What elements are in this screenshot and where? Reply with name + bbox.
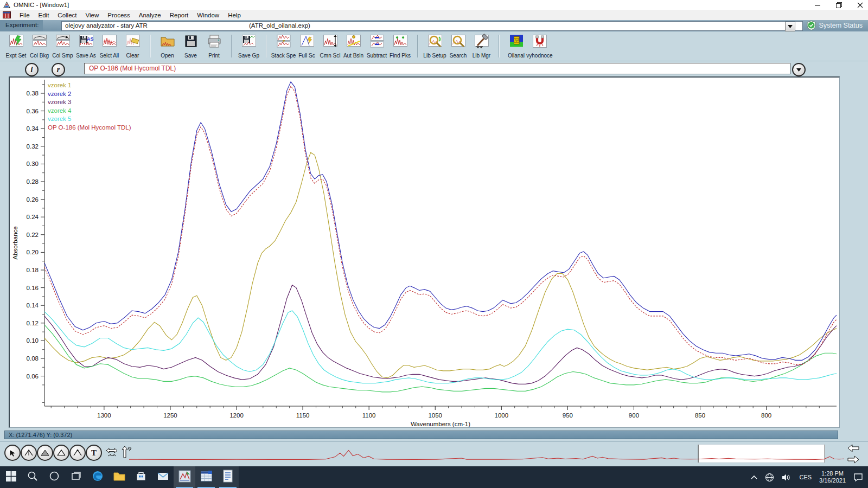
cursor-readout-bar[interactable]: X: (1271.476) Y: (0.372): [4, 431, 838, 439]
svg-text:0.16: 0.16: [27, 285, 39, 291]
toolbar-button-print[interactable]: Print: [202, 34, 226, 59]
title-dropdown-button[interactable]: [792, 63, 806, 76]
toolbar-button-find-pks[interactable]: Find Pks: [388, 34, 412, 59]
spectrum-plot[interactable]: 0.380.360.340.320.300.280.260.240.220.20…: [10, 78, 839, 429]
toolbar-separator: [499, 35, 499, 57]
toolbar-button-aut-bsln[interactable]: Aut Bsln: [342, 34, 365, 59]
toolbar-button-selct-all[interactable]: Selct All: [98, 34, 121, 59]
action-center-icon[interactable]: [851, 466, 866, 488]
taskbar-file-explorer-button[interactable]: [108, 466, 130, 488]
toolbar-button-col-smp[interactable]: Col Smp: [51, 34, 74, 59]
toolbar-button-label: Oilanal: [508, 53, 525, 59]
store-icon: [136, 471, 146, 484]
toolbar-button-label: Save: [184, 53, 197, 59]
peak-height-tool[interactable]: [21, 445, 37, 461]
menu-view[interactable]: View: [81, 11, 104, 20]
toolbar-button-save[interactable]: Save: [179, 34, 202, 59]
hidden-icons-chevron[interactable]: [748, 466, 760, 488]
menu-help[interactable]: Help: [224, 11, 245, 20]
status-shield-icon: [807, 21, 816, 30]
mail-icon: [157, 472, 169, 483]
experiment-value: olejovy analyzator - stary ATR: [65, 22, 148, 29]
taskbar-omnic-button[interactable]: [174, 466, 195, 488]
toolbar-button-label: Open: [161, 53, 174, 59]
scroll-right-icon[interactable]: [847, 455, 861, 466]
spectrum-report-button[interactable]: r: [52, 63, 65, 76]
experiment-dropdown-button[interactable]: [785, 22, 795, 31]
taskbar-edge-button[interactable]: [87, 466, 108, 488]
experiment-bar: Experiment: olejovy analyzator - stary A…: [0, 20, 868, 31]
taskbar-mail-button[interactable]: [152, 466, 174, 488]
toolbar-button-full-sc[interactable]: Full Sc: [295, 34, 318, 59]
baseline-tool[interactable]: [69, 445, 86, 461]
toolbar-button-lib-setup[interactable]: Lib Setup: [423, 34, 446, 59]
menu-window[interactable]: Window: [193, 11, 224, 20]
toolbar-button-cmn-scl[interactable]: Cmn Scl: [318, 34, 342, 59]
toolbar-button-col-bkg[interactable]: Col Bkg: [28, 34, 51, 59]
taskbar-task-view-button[interactable]: [65, 466, 87, 488]
toolbar-button-lib-mgr[interactable]: Lib Mgr: [470, 34, 493, 59]
toolbar-button-label: Selct All: [100, 53, 119, 59]
cortana-icon: [49, 471, 60, 484]
toolbar-button-vyhodnoce[interactable]: vyhodnoce: [528, 34, 551, 59]
spectrum-title-field[interactable]: OP O-186 (Mol Hycomol TDL): [84, 63, 790, 74]
toolbar-button-expt-set[interactable]: Expt Set: [4, 34, 28, 59]
document-window-icon[interactable]: [3, 11, 11, 18]
toolbar-button-open[interactable]: Open: [156, 34, 179, 59]
cursor-tool[interactable]: [4, 445, 21, 461]
toolbar-button-label: Subtract: [367, 53, 387, 59]
svg-text:0.34: 0.34: [27, 125, 39, 132]
taskbar-cortana-button[interactable]: [43, 466, 65, 488]
toolbar-button-save-as[interactable]: ASSave As: [74, 34, 98, 59]
taskbar-writer-button[interactable]: [217, 466, 239, 488]
taskbar-store-button[interactable]: [130, 466, 152, 488]
spectral-region-tool[interactable]: [53, 445, 69, 461]
scroll-spectrum-buttons[interactable]: [847, 444, 861, 464]
system-status[interactable]: System Status: [807, 21, 863, 30]
volume-icon[interactable]: [779, 466, 794, 488]
spectrum-overview-minimap[interactable]: [129, 444, 844, 464]
svg-text:800: 800: [761, 412, 771, 419]
svg-text:1050: 1050: [428, 412, 442, 419]
network-globe-icon[interactable]: [762, 466, 777, 488]
menu-edit[interactable]: Edit: [34, 11, 54, 20]
spectrum-info-button[interactable]: i: [25, 63, 39, 76]
toolbar-button-subtract[interactable]: Subtract: [365, 34, 388, 59]
scroll-left-icon[interactable]: [847, 444, 861, 454]
minimize-button[interactable]: [814, 2, 821, 9]
language-indicator[interactable]: CES: [796, 466, 814, 488]
saveas-icon: AS: [78, 34, 94, 52]
menu-file[interactable]: File: [15, 11, 34, 20]
annotation-tool[interactable]: T: [86, 445, 102, 461]
spectrum-panel: 0.380.360.340.320.300.280.260.240.220.20…: [9, 76, 840, 428]
edge-icon: [92, 470, 104, 484]
clock[interactable]: 1:28 PM3/16/2021: [816, 466, 848, 488]
menu-report[interactable]: Report: [165, 11, 193, 20]
exptset-icon: [8, 34, 24, 52]
svg-text:hyd: hyd: [515, 39, 519, 42]
toolbar-button-search[interactable]: Search: [446, 34, 470, 59]
toolbar-button-clear[interactable]: Clear: [121, 34, 144, 59]
taskbar-search-button[interactable]: [22, 466, 43, 488]
menu-process[interactable]: Process: [103, 11, 135, 20]
oilanal-icon: hyd: [508, 34, 525, 52]
toolbar-button-stack-spe[interactable]: Stack Spe: [272, 34, 295, 59]
close-button[interactable]: [857, 2, 864, 9]
taskbar-data-app-button[interactable]: [195, 466, 217, 488]
title-bar: OMNIC - [Window1]: [0, 0, 868, 10]
svg-text:0.10: 0.10: [27, 337, 39, 344]
pan-axes-tool[interactable]: [105, 446, 118, 459]
taskbar-start-button[interactable]: [0, 466, 22, 488]
toolbar-separator: [231, 35, 232, 57]
toolbar-button-label: Clear: [126, 53, 139, 59]
maximize-button[interactable]: [835, 2, 843, 9]
toolbar-button-save-gp[interactable]: Save Gp: [237, 34, 260, 59]
gridapp-icon: [200, 470, 213, 485]
menu-analyze[interactable]: Analyze: [135, 11, 165, 20]
experiment-select[interactable]: olejovy analyzator - stary ATR (ATR_old_…: [61, 21, 803, 31]
tray-time: 1:28 PM: [821, 470, 844, 477]
menu-collect[interactable]: Collect: [53, 11, 81, 20]
toolbar-button-label: Lib Mgr: [473, 53, 490, 59]
toolbar-button-oilanal[interactable]: hydOilanal: [505, 34, 528, 59]
peak-area-tool[interactable]: [37, 445, 53, 461]
